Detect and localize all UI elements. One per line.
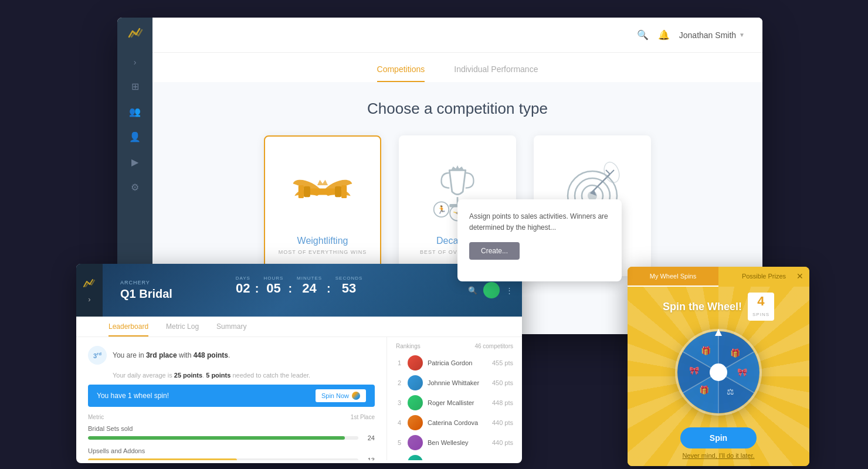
place-col-header: 1st Place (351, 414, 375, 420)
lb-tab-summary[interactable]: Summary (216, 322, 246, 337)
ranking-item-1: 1 Patricia Gordon 455 pts (396, 355, 513, 371)
ranking-item-2: 2 Johnnie Whittaker 450 pts (396, 375, 513, 390)
position-number: 3rd (93, 351, 101, 359)
lb-menu-icon[interactable]: ⋮ (506, 286, 513, 295)
lb-user-avatar[interactable] (483, 282, 500, 298)
user-name-label: Jonathan Smith (679, 30, 736, 40)
svg-text:🎀: 🎀 (737, 368, 748, 378)
popup-tab-my-spins[interactable]: My Wheel Spins (628, 267, 718, 287)
ranking-item-6: 6 Alberta Firenze 434 pts (396, 455, 513, 460)
popup-tabs: My Wheel Spins Possible Prizes (628, 267, 809, 287)
metric-name-upsells: Upsells and Addons (88, 447, 375, 454)
tab-competitions[interactable]: Competitions (377, 64, 425, 82)
spins-badge: 4 SPINS (748, 293, 774, 321)
lb-tab-metriclog[interactable]: Metric Log (166, 322, 199, 337)
competition-card-weightlifting[interactable]: Weightlifting MOST OF EVERYTHING WINS (264, 135, 381, 276)
competition-title: Choose a competition type (367, 100, 548, 118)
svg-text:🎁: 🎁 (699, 385, 710, 395)
spin-wheel-popup: ✕ My Wheel Spins Possible Prizes Spin th… (628, 267, 809, 466)
rank-num-6: 6 (396, 459, 403, 460)
rank-avatar-4 (408, 415, 423, 430)
weightlifting-subtitle: MOST OF EVERYTHING WINS (279, 249, 367, 255)
position-badge: 3rd (88, 346, 107, 365)
ranking-item-3: 3 Roger Mcallister 448 pts (396, 395, 513, 410)
user-menu[interactable]: Jonathan Smith ▼ (679, 30, 745, 40)
lb-mini-sidebar: › (76, 264, 103, 317)
svg-rect-1 (304, 186, 310, 197)
lb-tab-leaderboard[interactable]: Leaderboard (108, 322, 148, 337)
svg-text:🏃: 🏃 (437, 205, 447, 215)
timer-sep-1: : (255, 276, 259, 295)
sidebar-icon-user[interactable]: 👤 (123, 127, 147, 147)
weightlifting-icon (287, 157, 358, 227)
metric-bar-fill-upsells (88, 458, 237, 460)
tab-navigation: Competitions Individual Performance (152, 53, 762, 82)
rank-avatar-3 (408, 395, 423, 410)
svg-text:⚖: ⚖ (727, 387, 734, 396)
svg-rect-3 (335, 186, 341, 197)
spin-skip-link[interactable]: Never mind, I'll do it later. (682, 452, 754, 459)
rank-num-4: 4 (396, 419, 403, 426)
popup-close-button[interactable]: ✕ (796, 271, 803, 281)
metric-bar-bg-upsells (88, 458, 358, 460)
rank-num-2: 2 (396, 379, 403, 386)
bell-icon[interactable]: 🔔 (658, 29, 670, 40)
metric-bar-bg-bridal (88, 436, 358, 440)
timer-minutes: MINUTES 24 (297, 276, 322, 296)
metric-name-bridal: Bridal Sets sold (88, 425, 375, 432)
metric-col-header: Metric (88, 414, 104, 420)
rank-avatar-5 (408, 435, 423, 450)
leaderboard-header: › DAYS 02 : HOURS 05 : MINUTES 24 : SECO… (76, 264, 522, 317)
rankings-label: Rankings (396, 343, 421, 349)
svg-text:🎁: 🎁 (730, 348, 741, 358)
svg-text:🎀: 🎀 (689, 366, 700, 376)
create-button[interactable]: Create... (469, 242, 520, 260)
rank-avatar-2 (408, 375, 423, 390)
spin-now-button[interactable]: Spin Now (316, 389, 366, 402)
lb-right-panel: Rankings 46 competitors 1 Patricia Gordo… (387, 337, 522, 460)
metric-value-upsells: 13 (363, 457, 375, 460)
ranking-item-4: 4 Caterina Cordova 440 pts (396, 415, 513, 430)
rank-num-3: 3 (396, 399, 403, 406)
rank-pts-4: 440 pts (492, 419, 513, 426)
lb-mini-toggle[interactable]: › (88, 295, 90, 304)
svg-rect-4 (341, 185, 347, 198)
rank-name-1: Patricia Gordon (428, 359, 487, 366)
sidebar-icon-dashboard[interactable]: ⊞ (123, 76, 147, 97)
rank-avatar-1 (408, 355, 423, 371)
spin-banner-text: You have 1 wheel spin! (97, 392, 169, 400)
competitor-count: 46 competitors (474, 343, 513, 349)
popup-tab-prizes[interactable]: Possible Prizes (718, 267, 809, 287)
lb-tab-nav: Leaderboard Metric Log Summary (76, 317, 522, 337)
lb-search-icon[interactable]: 🔍 (468, 286, 477, 295)
sidebar-icon-teams[interactable]: 👥 (123, 101, 147, 122)
metric-item-bridal: Bridal Sets sold 24 (88, 425, 375, 441)
sidebar-icon-video[interactable]: ▶ (123, 152, 147, 172)
lb-left-panel: 3rd You are in 3rd place with 448 points… (76, 337, 387, 460)
position-text: You are in 3rd place with 448 points. (113, 351, 230, 359)
spin-button[interactable]: Spin (680, 427, 757, 448)
tab-individual[interactable]: Individual Performance (454, 64, 538, 82)
rank-pts-2: 450 pts (492, 379, 513, 386)
metric-item-upsells: Upsells and Addons 13 (88, 447, 375, 460)
timer-sep-2: : (288, 276, 292, 295)
popup-body: Spin the Wheel! 4 SPINS (628, 287, 809, 466)
rank-num-5: 5 (396, 439, 403, 446)
spin-now-label: Spin Now (321, 392, 349, 399)
spin-title-row: Spin the Wheel! 4 SPINS (663, 293, 774, 321)
user-position-row: 3rd You are in 3rd place with 448 points… (88, 346, 375, 365)
ranking-item-5: 5 Ben Wellesley 440 pts (396, 435, 513, 450)
search-icon[interactable]: 🔍 (637, 29, 649, 40)
spin-wheel[interactable]: 🎁 🎀 ⚖ 🎁 🎀 🎁 (672, 325, 765, 422)
svg-rect-0 (309, 189, 336, 195)
daily-average-text: Your daily average is 25 points. 5 point… (113, 372, 375, 379)
metric-value-bridal: 24 (363, 434, 375, 441)
rank-num-1: 1 (396, 359, 403, 366)
sidebar-toggle[interactable]: › (123, 53, 147, 72)
timer-sep-3: : (327, 276, 331, 295)
sidebar-logo (127, 26, 143, 42)
sidebar-icon-settings[interactable]: ⚙ (123, 177, 147, 198)
spins-label: SPINS (752, 312, 769, 317)
competition-timer: DAYS 02 : HOURS 05 : MINUTES 24 : SECOND… (236, 276, 363, 296)
metrics-header: Metric 1st Place (88, 414, 375, 420)
